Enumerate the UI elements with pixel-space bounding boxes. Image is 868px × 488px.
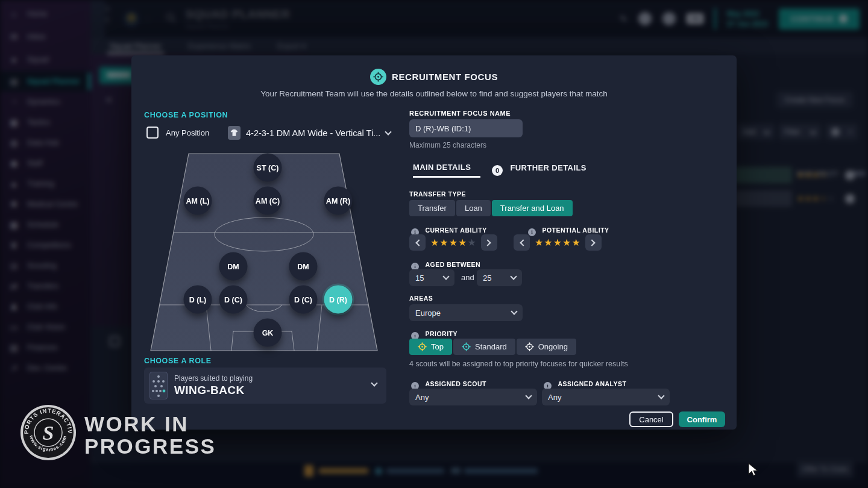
position-dm[interactable]: DM	[289, 252, 318, 281]
formation-name: 4-2-3-1 DM AM Wide - Vertical Ti...	[246, 128, 380, 138]
transfer-type-segments: TransferLoanTransfer and Loan	[409, 200, 573, 216]
focus-name-label: RECRUITMENT FOCUS NAME	[409, 110, 511, 117]
assigned-analyst-label-row: i ASSIGNED ANALYST	[544, 378, 626, 390]
age-min-select[interactable]: 15	[409, 269, 454, 286]
chevron-down-icon	[658, 392, 664, 399]
chevron-down-icon	[511, 308, 517, 314]
priority-ongoing[interactable]: Ongoing	[517, 339, 576, 355]
screen: ‹ › ⋮ SQUAD PLANNER Squad Planner ✎ FM M…	[0, 0, 868, 488]
potential-ability-stepper: ★★★★★	[514, 234, 602, 251]
priority-note: 4 scouts will be assigned to top priorit…	[409, 360, 628, 368]
modal-title: RECRUITMENT FOCUS	[392, 72, 498, 82]
star-icon: ★	[430, 238, 439, 248]
position-d-l[interactable]: D (L)	[184, 286, 212, 314]
priority-standard[interactable]: Standard	[453, 339, 515, 355]
mini-formation-icon	[149, 372, 168, 399]
star-icon: ★	[535, 238, 543, 248]
star-icon: ★	[467, 238, 476, 248]
cancel-button[interactable]: Cancel	[629, 411, 673, 427]
star-icon: ★	[553, 238, 562, 248]
focus-name-input[interactable]	[409, 119, 523, 137]
confirm-button[interactable]: Confirm	[679, 411, 725, 427]
current-ability-stars: ★★★★★	[430, 238, 476, 248]
priority-scope-icon	[525, 342, 534, 351]
assigned-analyst-select[interactable]: Any	[542, 389, 670, 405]
increase-button[interactable]	[481, 234, 497, 251]
potential-ability-stars: ★★★★★	[535, 238, 580, 248]
transfer-type-transfer-and-loan[interactable]: Transfer and Loan	[492, 200, 573, 216]
aged-between-label-row: i AGED BETWEEN	[411, 258, 480, 271]
chevron-down-icon	[510, 273, 517, 280]
role-dropdown[interactable]: Players suited to playing WING-BACK	[144, 368, 386, 404]
priority-segments: TopStandardOngoing	[409, 339, 576, 355]
star-icon: ★	[571, 238, 580, 248]
star-icon: ★	[562, 238, 571, 248]
age-max-select[interactable]: 25	[477, 269, 522, 286]
mouse-cursor	[747, 463, 761, 477]
transfer-type-transfer[interactable]: Transfer	[409, 200, 455, 216]
position-d-c[interactable]: D (C)	[289, 286, 318, 314]
role-name: WING-BACK	[174, 384, 253, 397]
star-icon: ★	[449, 238, 458, 248]
modal-subtitle: Your Recruitment Team will use the detai…	[131, 89, 737, 98]
transfer-type-label: TRANSFER TYPE	[409, 190, 466, 198]
position-am-c[interactable]: AM (C)	[254, 187, 282, 215]
position-dm[interactable]: DM	[219, 252, 248, 281]
chevron-down-icon	[525, 392, 532, 399]
transfer-type-loan[interactable]: Loan	[456, 200, 491, 216]
tab-main-details[interactable]: MAIN DETAILS	[413, 163, 471, 172]
position-am-r[interactable]: AM (R)	[324, 187, 353, 215]
star-icon: ★	[458, 238, 467, 248]
chevron-down-icon	[385, 128, 392, 135]
position-d-r-selected[interactable]: D (R)	[324, 286, 353, 314]
priority-top[interactable]: Top	[409, 339, 452, 355]
recruitment-focus-modal: RECRUITMENT FOCUS Your Recruitment Team …	[131, 55, 737, 430]
kit-shirt-icon	[228, 126, 241, 140]
recruitment-focus-icon	[370, 69, 386, 85]
role-prefix: Players suited to playing	[174, 374, 253, 383]
areas-select[interactable]: Europe	[409, 304, 523, 321]
chevron-down-icon	[442, 273, 449, 280]
and-label: and	[461, 273, 474, 282]
any-position-row: Any Position	[146, 127, 209, 139]
formation-dropdown[interactable]: 4-2-3-1 DM AM Wide - Vertical Ti...	[228, 126, 391, 140]
priority-label-row: i PRIORITY	[411, 328, 458, 340]
position-d-c[interactable]: D (C)	[219, 286, 248, 314]
priority-scope-icon	[462, 342, 471, 351]
star-icon: ★	[439, 238, 448, 248]
position-gk[interactable]: GK	[254, 319, 282, 347]
decrease-button[interactable]	[514, 234, 530, 251]
choose-a-position-heading: CHOOSE A POSITION	[144, 111, 228, 119]
active-tab-underline	[413, 176, 480, 178]
increase-button[interactable]	[585, 234, 602, 251]
focus-name-hint: Maximum 25 characters	[409, 141, 486, 149]
priority-scope-icon	[418, 342, 427, 351]
assigned-scout-select[interactable]: Any	[409, 389, 537, 405]
position-am-l[interactable]: AM (L)	[184, 187, 212, 215]
position-st-c[interactable]: ST (C)	[254, 154, 282, 182]
any-position-label: Any Position	[166, 128, 209, 137]
decrease-button[interactable]	[409, 234, 426, 251]
tab-further-details[interactable]: 0 FURTHER DETAILS	[492, 162, 587, 176]
current-ability-stepper: ★★★★★	[409, 234, 497, 251]
formation-pitch: ST (C)AM (L)AM (C)AM (R)DMDMD (L)D (C)D …	[140, 149, 388, 355]
further-details-badge: 0	[492, 165, 503, 176]
star-icon: ★	[544, 238, 552, 248]
any-position-checkbox[interactable]	[146, 127, 159, 139]
areas-label: AREAS	[409, 295, 433, 302]
choose-a-role-heading: CHOOSE A ROLE	[144, 357, 212, 365]
chevron-down-icon	[371, 380, 377, 386]
assigned-scout-label-row: i ASSIGNED SCOUT	[411, 378, 486, 390]
